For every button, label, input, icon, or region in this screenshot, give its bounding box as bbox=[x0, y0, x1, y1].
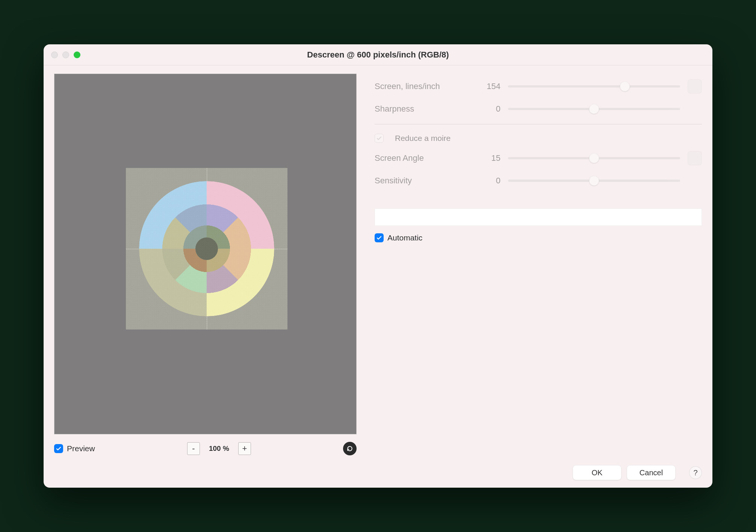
screen-lines-label: Screen, lines/inch bbox=[375, 82, 470, 91]
slider-thumb[interactable] bbox=[589, 176, 599, 186]
preview-column: Preview - 100 % + bbox=[54, 74, 357, 480]
sharpness-label: Sharpness bbox=[375, 104, 470, 114]
content: Preview - 100 % + Screen, lines/in bbox=[44, 65, 712, 488]
screen-angle-swatch[interactable] bbox=[688, 151, 702, 165]
screen-lines-swatch[interactable] bbox=[688, 79, 702, 94]
automatic-row: Automatic bbox=[375, 233, 702, 242]
slider-thumb[interactable] bbox=[589, 104, 599, 114]
preview-canvas[interactable] bbox=[54, 74, 357, 434]
refresh-button[interactable] bbox=[343, 442, 357, 455]
settings-column: Screen, lines/inch 154 Sharpness 0 bbox=[375, 74, 702, 480]
zoom-out-button[interactable]: - bbox=[187, 442, 200, 455]
preview-sample bbox=[126, 168, 287, 329]
zoom-value: 100 % bbox=[206, 444, 232, 453]
divider bbox=[375, 124, 702, 124]
slider-thumb[interactable] bbox=[589, 153, 599, 163]
screen-angle-value: 15 bbox=[478, 153, 500, 163]
zoom-group: - 100 % + bbox=[187, 442, 251, 455]
titlebar: Descreen @ 600 pixels/inch (RGB/8) bbox=[44, 44, 712, 65]
reduce-moire-checkbox[interactable] bbox=[375, 134, 384, 143]
screen-angle-slider[interactable] bbox=[508, 157, 680, 159]
check-icon bbox=[376, 235, 382, 241]
dialog-actions: OK Cancel ? bbox=[375, 465, 702, 480]
window-controls bbox=[51, 51, 80, 58]
zoom-icon[interactable] bbox=[74, 51, 80, 58]
sharpness-row: Sharpness 0 bbox=[375, 98, 702, 120]
slider-thumb[interactable] bbox=[620, 82, 630, 91]
window-title: Descreen @ 600 pixels/inch (RGB/8) bbox=[44, 50, 712, 60]
sensitivity-value: 0 bbox=[478, 176, 500, 186]
reduce-moire-row: Reduce a moire bbox=[375, 130, 702, 147]
check-icon bbox=[56, 446, 62, 452]
sensitivity-label: Sensitivity bbox=[375, 176, 470, 186]
reduce-moire-label: Reduce a moire bbox=[395, 134, 451, 143]
close-icon[interactable] bbox=[51, 51, 58, 58]
screen-lines-slider[interactable] bbox=[508, 85, 680, 88]
automatic-checkbox[interactable] bbox=[375, 233, 384, 242]
screen-lines-row: Screen, lines/inch 154 bbox=[375, 75, 702, 98]
cancel-button[interactable]: Cancel bbox=[627, 465, 676, 480]
preview-controls: Preview - 100 % + bbox=[54, 434, 357, 455]
screen-lines-value: 154 bbox=[478, 82, 500, 91]
sensitivity-row: Sensitivity 0 bbox=[375, 169, 702, 192]
screen-angle-label: Screen Angle bbox=[375, 153, 470, 163]
screen-angle-row: Screen Angle 15 bbox=[375, 147, 702, 169]
automatic-label: Automatic bbox=[387, 233, 422, 242]
sharpness-slider[interactable] bbox=[508, 108, 680, 110]
sharpness-value: 0 bbox=[478, 104, 500, 114]
help-button[interactable]: ? bbox=[689, 466, 702, 479]
check-icon bbox=[376, 135, 382, 141]
preview-checkbox[interactable] bbox=[54, 444, 63, 453]
refresh-icon bbox=[346, 445, 354, 452]
zoom-in-button[interactable]: + bbox=[238, 442, 251, 455]
ok-button[interactable]: OK bbox=[573, 465, 621, 480]
minimize-icon[interactable] bbox=[62, 51, 69, 58]
preview-checkbox-label: Preview bbox=[67, 444, 95, 453]
info-bar bbox=[375, 209, 702, 226]
dialog-window: Descreen @ 600 pixels/inch (RGB/8) bbox=[44, 44, 712, 488]
sensitivity-slider[interactable] bbox=[508, 180, 680, 182]
